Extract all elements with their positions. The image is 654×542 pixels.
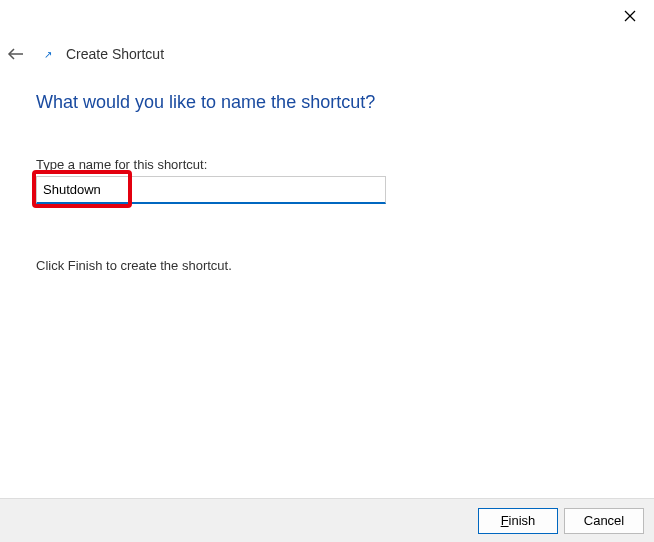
shortcut-name-input[interactable]: [36, 176, 386, 204]
close-button[interactable]: [614, 4, 646, 28]
window-title: Create Shortcut: [66, 46, 164, 62]
back-button[interactable]: [2, 40, 30, 68]
name-field-label: Type a name for this shortcut:: [36, 157, 618, 172]
cancel-button[interactable]: Cancel: [564, 508, 644, 534]
shortcut-icon: ↗: [40, 46, 56, 62]
finish-button[interactable]: Finish: [478, 508, 558, 534]
instruction-text: Click Finish to create the shortcut.: [36, 258, 618, 273]
page-heading: What would you like to name the shortcut…: [36, 92, 618, 113]
